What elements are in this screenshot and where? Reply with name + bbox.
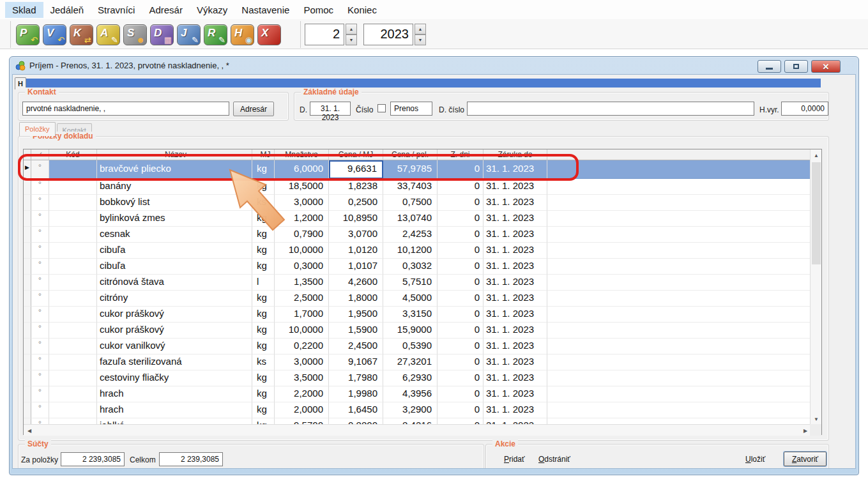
row-check-cell[interactable]: ° — [31, 323, 49, 339]
cell-mj[interactable]: l — [252, 275, 275, 291]
cell-z-dni[interactable]: 0 — [438, 339, 483, 355]
cell-cena-mj[interactable]: 1,0107 — [329, 259, 383, 275]
table-row[interactable]: ▶ ° bravčové pliecko kg 6,0000 9,6631 57… — [24, 160, 811, 179]
cell-mj[interactable]: kg — [252, 402, 275, 418]
cell-zaruka[interactable]: 31. 1. 2023 — [483, 355, 547, 370]
cell-nazov[interactable]: banány — [97, 179, 252, 195]
cell-cena-pol[interactable]: 13,0740 — [383, 211, 438, 227]
hvyr-field[interactable]: 0,0000 — [781, 102, 828, 116]
cell-zaruka[interactable]: 31. 1. 2023 — [483, 339, 547, 355]
table-row[interactable]: ° cibuľa kg 0,3000 1,0107 0,3032 0 31. 1… — [24, 259, 811, 275]
cell-zaruka[interactable]: 31. 1. 2023 — [483, 307, 547, 323]
cell-z-dni[interactable]: 0 — [438, 291, 483, 307]
maximize-button[interactable] — [784, 60, 808, 73]
row-check-cell[interactable]: ° — [31, 386, 49, 402]
toolbar-button[interactable]: K ⇄ — [70, 24, 93, 45]
row-check-cell[interactable]: ° — [31, 243, 49, 259]
cell-mnozstvo[interactable]: 0,3000 — [275, 259, 329, 275]
grid-header-check[interactable]: ✓ — [31, 149, 49, 160]
cell-cena-mj[interactable]: 0,2500 — [329, 195, 383, 211]
cell-kod[interactable] — [49, 370, 97, 386]
cell-nazov[interactable]: fazuľa sterilizovaná — [97, 355, 252, 370]
cell-cena-mj[interactable]: 1,0120 — [329, 243, 383, 259]
menu-item[interactable]: Jedáleň — [43, 2, 91, 18]
cell-nazov[interactable]: jablká — [97, 418, 252, 424]
cell-kod[interactable] — [49, 243, 97, 259]
cell-mj[interactable]: kg — [252, 291, 275, 307]
cell-z-dni[interactable]: 0 — [438, 370, 483, 386]
cell-nazov[interactable]: cestoviny fliačky — [97, 370, 252, 386]
doc-type-field[interactable]: Prenos — [390, 102, 432, 116]
cell-zaruka[interactable]: 31. 1. 2023 — [483, 259, 547, 275]
table-row[interactable]: ° fazuľa sterilizovaná ks 3,0000 9,1067 … — [24, 355, 811, 370]
row-check-cell[interactable]: ° — [31, 291, 49, 307]
cell-cena-pol[interactable]: 27,3201 — [383, 355, 438, 370]
scroll-down-icon[interactable]: ▼ — [811, 413, 822, 424]
cell-mj[interactable]: kg — [252, 243, 275, 259]
menu-item[interactable]: Výkazy — [190, 2, 234, 18]
cell-zaruka[interactable]: 31. 1. 2023 — [483, 211, 547, 227]
cell-mj[interactable]: kg — [252, 211, 275, 227]
date-field[interactable]: 31. 1. 2023 — [310, 102, 351, 116]
cell-mnozstvo[interactable]: 2,0000 — [275, 402, 329, 418]
cell-kod[interactable] — [49, 339, 97, 355]
cell-kod[interactable] — [49, 307, 97, 323]
cell-cena-pol[interactable]: 10,1200 — [383, 243, 438, 259]
row-check-cell[interactable]: ° — [31, 160, 49, 179]
table-row[interactable]: ° hrach kg 2,0000 1,6450 3,2900 0 31. 1.… — [24, 402, 811, 418]
cell-zaruka[interactable]: 31. 1. 2023 — [483, 291, 547, 307]
cell-cena-pol[interactable]: 0,3032 — [383, 259, 438, 275]
cell-nazov[interactable]: cukor práškový — [97, 307, 252, 323]
cell-z-dni[interactable]: 0 — [438, 386, 483, 402]
cell-nazov[interactable]: cukor práškový — [97, 323, 252, 339]
cell-kod[interactable] — [49, 291, 97, 307]
cell-mnozstvo[interactable]: 9,5700 — [275, 418, 329, 424]
table-row[interactable]: ° bylinková zmes kg 1,2000 10,8950 13,07… — [24, 211, 811, 227]
vertical-scroll-thumb[interactable] — [812, 162, 821, 264]
row-check-cell[interactable]: ° — [31, 307, 49, 323]
cell-mnozstvo[interactable]: 2,2000 — [275, 386, 329, 402]
cell-kod[interactable] — [49, 195, 97, 211]
month-down-icon[interactable]: ▼ — [346, 34, 357, 45]
table-row[interactable]: ° cukor práškový kg 1,7000 1,9500 3,3150… — [24, 307, 811, 323]
cell-mnozstvo[interactable]: 1,2000 — [275, 211, 329, 227]
title-bar[interactable]: Príjem - Prenos, 31. 1. 2023, prvotné na… — [10, 57, 858, 74]
cell-zaruka[interactable]: 31. 1. 2023 — [483, 386, 547, 402]
table-row[interactable]: ° citróny kg 2,5000 1,8000 4,5000 0 31. … — [24, 291, 811, 307]
cell-cena-pol[interactable]: 5,7510 — [383, 275, 438, 291]
cell-mj[interactable]: kg — [252, 307, 275, 323]
row-check-cell[interactable]: ° — [31, 402, 49, 418]
toolbar-button[interactable]: S ☻ — [123, 24, 147, 45]
cell-mj[interactable]: ks — [252, 355, 275, 370]
cell-mj[interactable]: kg — [252, 339, 275, 355]
table-row[interactable]: ° banány kg 18,5000 1,8238 33,7403 0 31.… — [24, 179, 811, 195]
cell-nazov[interactable]: hrach — [97, 402, 252, 418]
cell-mnozstvo[interactable]: 3,5000 — [275, 370, 329, 386]
cell-z-dni[interactable]: 0 — [438, 275, 483, 291]
cell-nazov[interactable]: hrach — [97, 386, 252, 402]
cell-cena-mj[interactable]: 3,0700 — [329, 227, 383, 243]
table-row[interactable]: ° bobkový list ks 3,0000 0,2500 0,7500 0… — [24, 195, 811, 211]
year-up-icon[interactable]: ▲ — [415, 24, 426, 34]
toolbar-button[interactable]: V ↶ — [43, 24, 66, 45]
menu-item[interactable]: Nastavenie — [234, 2, 296, 18]
cell-kod[interactable] — [49, 355, 97, 370]
toolbar-button[interactable]: J ✎ — [177, 24, 201, 45]
cell-cena-mj[interactable]: 1,9500 — [329, 307, 383, 323]
cell-zaruka[interactable]: 31. 1. 2023 — [483, 160, 547, 179]
menu-item[interactable]: Pomoc — [296, 2, 340, 18]
cell-mj[interactable]: kg — [252, 323, 275, 339]
cell-cena-mj[interactable]: 1,6450 — [329, 402, 383, 418]
grid-header-zaruka[interactable]: Záruka do — [483, 149, 547, 160]
cell-mj[interactable]: kg — [252, 386, 275, 402]
cell-mnozstvo[interactable]: 10,0000 — [275, 323, 329, 339]
cell-cena-pol[interactable]: 57,9785 — [383, 160, 438, 179]
cell-nazov[interactable]: bravčové pliecko — [97, 160, 252, 179]
cell-kod[interactable] — [49, 259, 97, 275]
cell-kod[interactable] — [49, 179, 97, 195]
cell-cena-pol[interactable]: 4,5000 — [383, 291, 438, 307]
kontakt-input[interactable]: prvotné naskladnenie, , — [22, 102, 229, 116]
cell-cena-mj[interactable]: 9,6631 — [329, 160, 383, 179]
cell-zaruka[interactable]: 31. 1. 2023 — [483, 243, 547, 259]
table-row[interactable]: ° cukor vanilkový kg 0,2200 2,4500 0,539… — [24, 339, 811, 355]
